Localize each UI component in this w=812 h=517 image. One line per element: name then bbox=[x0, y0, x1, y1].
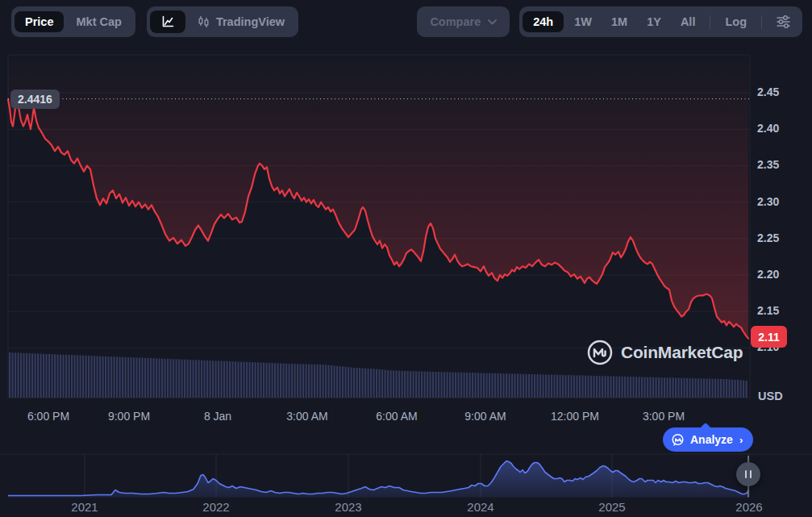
y-tick-label: 2.20 bbox=[757, 268, 779, 281]
chevron-right-icon: › bbox=[739, 434, 743, 446]
range-24h-button[interactable]: 24h bbox=[523, 11, 564, 33]
y-tick-label: 2.30 bbox=[757, 195, 779, 208]
range-1m-label: 1M bbox=[611, 16, 627, 28]
y-tick-label: 2.15 bbox=[757, 304, 779, 317]
range-1m-button[interactable]: 1M bbox=[602, 11, 636, 33]
compare-button[interactable]: Compare bbox=[417, 6, 510, 37]
x-tick-label: 12:00 PM bbox=[551, 410, 599, 423]
price-tab-label: Price bbox=[25, 16, 53, 28]
range-all-label: All bbox=[681, 16, 696, 28]
coinmarketcap-watermark: CoinMarketCap bbox=[586, 339, 743, 366]
chart-settings-button[interactable] bbox=[768, 10, 799, 34]
tradingview-tab[interactable]: TradingView bbox=[187, 10, 295, 33]
current-price-badge: 2.11 bbox=[751, 326, 787, 348]
toolbar-divider bbox=[710, 15, 710, 29]
high-price-label: 2.4416 bbox=[10, 90, 60, 109]
analyze-button-label: Analyze bbox=[690, 433, 733, 446]
log-scale-label: Log bbox=[725, 16, 747, 28]
timeline-range-handle[interactable] bbox=[736, 462, 760, 486]
analyze-chat-icon bbox=[671, 433, 685, 447]
range-1y-button[interactable]: 1Y bbox=[638, 11, 670, 33]
range-24h-label: 24h bbox=[533, 16, 553, 28]
timeline-year-label: 2026 bbox=[735, 500, 762, 514]
y-tick-label: 2.40 bbox=[757, 122, 779, 135]
timeline-year-label: 2024 bbox=[467, 500, 493, 514]
price-area bbox=[8, 55, 748, 339]
chevron-down-icon bbox=[488, 19, 497, 25]
chart-type-toggle: TradingView bbox=[147, 6, 298, 37]
mktcap-tab[interactable]: Mkt Cap bbox=[65, 11, 131, 33]
candlestick-icon bbox=[198, 15, 210, 28]
line-chart-icon bbox=[161, 15, 174, 28]
timeline-year-label: 2025 bbox=[598, 500, 625, 514]
log-scale-button[interactable]: Log bbox=[716, 11, 756, 33]
timeline-year-label: 2022 bbox=[202, 500, 229, 514]
coinmarketcap-logo-icon bbox=[586, 339, 614, 366]
line-chart-tab[interactable] bbox=[150, 10, 185, 33]
price-mktcap-toggle: Price Mkt Cap bbox=[11, 6, 135, 37]
time-range-selector: 24h 1W 1M 1Y All Log bbox=[519, 6, 802, 37]
x-tick-label: 9:00 AM bbox=[464, 410, 506, 423]
y-tick-label: 2.25 bbox=[757, 231, 779, 244]
timeline-year-label: 2023 bbox=[335, 500, 361, 514]
range-1w-button[interactable]: 1W bbox=[565, 11, 601, 33]
handle-grip-icon bbox=[745, 470, 747, 478]
x-tick-label: 8 Jan bbox=[204, 410, 231, 423]
timeline-year-label: 2021 bbox=[71, 500, 98, 514]
tradingview-tab-label: TradingView bbox=[216, 16, 285, 28]
price-tab[interactable]: Price bbox=[15, 11, 64, 33]
x-tick-label: 6:00 PM bbox=[27, 410, 69, 423]
currency-unit-label: USD bbox=[758, 390, 783, 402]
handle-grip-icon bbox=[750, 470, 752, 478]
chart-toolbar-left: Price Mkt Cap TradingView bbox=[11, 6, 298, 37]
y-tick-label: 2.35 bbox=[757, 158, 779, 171]
x-tick-label: 9:00 PM bbox=[108, 410, 150, 423]
mktcap-tab-label: Mkt Cap bbox=[76, 16, 121, 28]
y-tick-label: 2.45 bbox=[757, 85, 779, 98]
analyze-button[interactable]: Analyze › bbox=[663, 427, 753, 452]
x-tick-label: 6:00 AM bbox=[376, 410, 417, 423]
toolbar-divider bbox=[761, 15, 762, 29]
sliders-icon bbox=[776, 15, 791, 29]
range-1w-label: 1W bbox=[574, 16, 592, 28]
range-1y-label: 1Y bbox=[647, 16, 661, 28]
range-all-button[interactable]: All bbox=[672, 11, 705, 33]
x-tick-label: 3:00 PM bbox=[643, 410, 685, 423]
chart-toolbar-right: Compare 24h 1W 1M 1Y All Log bbox=[417, 6, 802, 37]
x-tick-label: 3:00 AM bbox=[286, 410, 327, 423]
compare-button-label: Compare bbox=[430, 15, 481, 28]
watermark-text: CoinMarketCap bbox=[621, 343, 743, 362]
